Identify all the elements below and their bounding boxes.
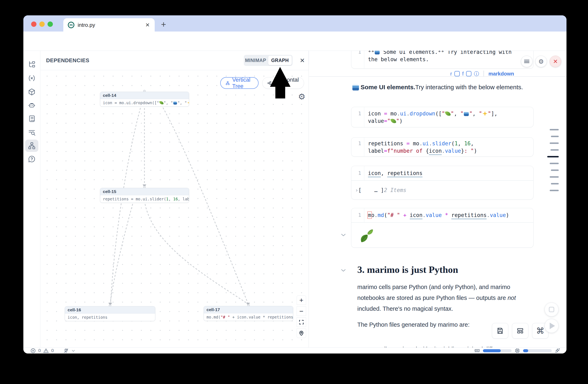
cell-minimap[interactable] bbox=[546, 129, 559, 196]
dependency-graph-icon bbox=[28, 142, 36, 150]
cpu-icon bbox=[514, 348, 520, 353]
tab-title: intro.py bbox=[78, 22, 145, 28]
delete-cell-icon[interactable]: ✕ bbox=[550, 56, 561, 67]
panel-title: DEPENDENCIES bbox=[46, 57, 89, 64]
play-icon bbox=[550, 323, 555, 329]
new-tab-button[interactable]: + bbox=[161, 20, 166, 29]
browser-tab[interactable]: m intro.py ✕ bbox=[63, 18, 155, 32]
sparkles-emoji bbox=[187, 101, 189, 105]
tab-graph[interactable]: GRAPH bbox=[268, 56, 292, 65]
dependency-graph-canvas[interactable]: Vertical Tree Horizontal Tree ⚙ cell-14i… bbox=[40, 70, 309, 347]
layout-icon bbox=[516, 327, 524, 335]
minimap-tick-active[interactable] bbox=[547, 156, 559, 157]
drag-handle-menu-icon[interactable] bbox=[521, 56, 532, 67]
collapse-section-chevron-icon[interactable] bbox=[341, 269, 346, 273]
warnings-icon[interactable] bbox=[43, 348, 49, 353]
chevron-down-icon[interactable] bbox=[71, 348, 75, 353]
file-explorer-icon bbox=[28, 61, 36, 68]
code-line[interactable]: ** Some UI elements.** Try interacting w… bbox=[368, 51, 531, 56]
wave-emoji bbox=[464, 111, 469, 116]
code-line[interactable]: repetitions = mo.ui.slider(1, 16, bbox=[368, 140, 531, 147]
graph-node-cell-16[interactable]: cell-16icon, repetitions bbox=[65, 306, 155, 321]
line-number: 1 bbox=[353, 140, 361, 147]
sidebar-item-help[interactable] bbox=[25, 153, 38, 165]
graph-edges bbox=[40, 70, 309, 347]
zoom-out-button[interactable]: − bbox=[297, 307, 306, 316]
sidebar-item-ai-assistant[interactable] bbox=[25, 99, 38, 111]
graph-node-cell-15[interactable]: cell-15repetitions = mo.ui.slider(1, 16,… bbox=[100, 188, 189, 203]
graph-node-title: cell-17 bbox=[204, 306, 293, 313]
code-line[interactable]: icon, repetitions bbox=[368, 170, 531, 177]
format-toggle-checkbox[interactable] bbox=[466, 71, 471, 76]
code-line[interactable]: label=f"number of {icon.value}: ") bbox=[368, 147, 531, 154]
code-line[interactable]: mo.md("# " + icon.value * repetitions.va… bbox=[368, 211, 531, 219]
section-paragraph-clipped: easily versioned with git, yielding mini… bbox=[375, 344, 538, 347]
minimap-tick[interactable] bbox=[551, 183, 559, 184]
minimap-tick[interactable] bbox=[550, 129, 559, 130]
view-switcher: MINIMAP GRAPH bbox=[244, 55, 293, 66]
code-cell-tuple[interactable]: 1 icon, repetitions › [ … ] 2 Items bbox=[351, 166, 533, 200]
tab-close-icon[interactable]: ✕ bbox=[145, 22, 150, 28]
run-toggle-label: r bbox=[450, 71, 452, 77]
traffic-light-close[interactable] bbox=[31, 21, 37, 27]
language-badge[interactable]: markdown bbox=[488, 71, 514, 77]
traffic-light-zoom[interactable] bbox=[47, 21, 53, 27]
desktop: { "browser": { "tab_title": "intro.py", … bbox=[0, 0, 588, 384]
graph-node-cell-17[interactable]: cell-17mo.md("# " + icon.value * repetit… bbox=[204, 306, 293, 321]
collapse-cell-chevron-icon[interactable] bbox=[341, 233, 346, 237]
rendered-markdown: Some UI elements. Try interacting with t… bbox=[352, 82, 523, 93]
browser-toolbar: ⓘ localhost:2718 Guest bbox=[23, 32, 567, 51]
graph-settings-icon[interactable]: ⚙ bbox=[298, 92, 305, 101]
minimap-tick[interactable] bbox=[550, 149, 559, 151]
minimap-tick[interactable] bbox=[551, 136, 559, 137]
sidebar-item-variables[interactable] bbox=[25, 72, 38, 84]
code-line[interactable]: the below elements. bbox=[368, 56, 531, 63]
code-cell-momd[interactable]: 1 mo.md("# " + icon.value * repetitions.… bbox=[351, 208, 533, 248]
sidebar-item-dependency-graph[interactable] bbox=[25, 140, 38, 152]
run-all-button[interactable] bbox=[545, 319, 559, 333]
locate-button[interactable] bbox=[297, 328, 306, 338]
command-icon: ⌘ bbox=[536, 326, 544, 335]
logs-icon bbox=[28, 115, 36, 123]
ai-sparkle-icon[interactable] bbox=[555, 348, 560, 353]
minimap-tick[interactable] bbox=[550, 163, 559, 164]
info-icon[interactable]: ⓘ bbox=[474, 70, 479, 77]
code-cell-dropdown[interactable]: 1 icon = mo.ui.dropdown(["", "", ""], va… bbox=[351, 107, 533, 127]
stop-kernel-button[interactable] bbox=[545, 303, 559, 316]
fit-view-button[interactable] bbox=[297, 317, 306, 327]
code-cell-slider[interactable]: 1 repetitions = mo.ui.slider(1, 16, labe… bbox=[351, 137, 533, 157]
close-panel-icon[interactable]: ✕ bbox=[300, 57, 305, 64]
traffic-light-minimize[interactable] bbox=[39, 21, 45, 27]
markdown-source-cell[interactable]: 1 ** Some UI elements.** Try interacting… bbox=[351, 51, 533, 69]
collection-output[interactable]: › [ … ] 2 Items bbox=[351, 181, 533, 200]
disconnected-icon[interactable] bbox=[63, 348, 69, 353]
line-number: 1 bbox=[353, 110, 361, 117]
vertical-tree-button[interactable]: Vertical Tree bbox=[220, 77, 259, 89]
sidebar-item-logs[interactable] bbox=[25, 113, 38, 125]
tab-minimap[interactable]: MINIMAP bbox=[244, 58, 267, 63]
code-line[interactable]: value="") bbox=[368, 117, 531, 125]
sidebar-item-snippets[interactable] bbox=[25, 126, 38, 139]
section-paragraph: marimo cells parse Python (and only Pyth… bbox=[357, 282, 521, 314]
cell-separator bbox=[309, 76, 567, 77]
format-toggle-label: f bbox=[462, 71, 464, 77]
cell-settings-gear-icon[interactable]: ⚙ bbox=[535, 56, 547, 67]
errors-icon[interactable] bbox=[30, 348, 36, 353]
layout-toggle-button[interactable] bbox=[512, 323, 528, 339]
minimap-tick[interactable] bbox=[550, 176, 559, 178]
run-toggle-checkbox[interactable] bbox=[454, 71, 460, 76]
minimap-tick[interactable] bbox=[550, 142, 559, 144]
code-line[interactable]: icon = mo.ui.dropdown(["", "", ""], bbox=[368, 110, 531, 117]
sidebar-item-packages[interactable] bbox=[25, 86, 38, 98]
zoom-in-button[interactable]: + bbox=[297, 295, 306, 305]
minimap-tick[interactable] bbox=[550, 190, 559, 191]
minimap-tick[interactable] bbox=[551, 170, 559, 171]
graph-node-cell-14[interactable]: cell-14icon = mo.ui.dropdown(["", "", ""… bbox=[100, 92, 189, 107]
sidebar-item-file-explorer[interactable] bbox=[25, 58, 38, 71]
leaf-emoji bbox=[358, 228, 374, 243]
section-heading: 3. marimo is just Python bbox=[357, 264, 458, 275]
browser-tab-strip: m intro.py ✕ + bbox=[23, 15, 567, 32]
wave-emoji bbox=[173, 101, 177, 105]
graph-node-title: cell-15 bbox=[100, 188, 189, 195]
save-button[interactable] bbox=[492, 323, 508, 339]
